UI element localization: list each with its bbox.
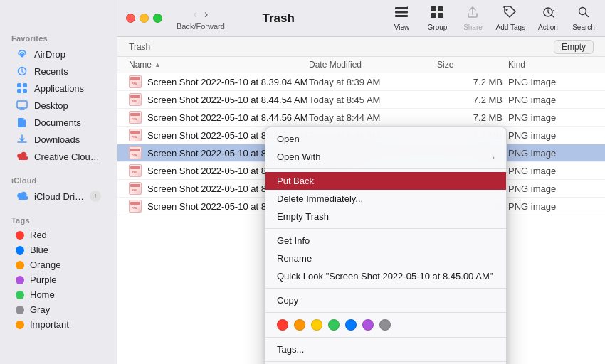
header-kind[interactable]: Kind <box>508 60 594 70</box>
ctx-item-label: Put Back <box>277 176 314 186</box>
file-date: Today at 8:39 AM <box>309 77 437 87</box>
creative-cloud-icon <box>16 150 28 163</box>
ctx-item-label: Delete Immediately... <box>277 193 363 204</box>
add-tags-label: Add Tags <box>495 23 525 31</box>
favorites-section-label: Favorites <box>0 28 117 46</box>
svg-text:PNG: PNG <box>132 206 137 210</box>
tag-purple-dot <box>16 276 24 284</box>
context-menu-item-copy[interactable]: Copy <box>265 291 506 309</box>
file-list-header: Name ▲ Date Modified Size Kind <box>117 57 605 73</box>
sidebar-item-desktop[interactable]: Desktop <box>4 97 112 114</box>
tag-orange-dot <box>16 261 24 269</box>
svg-rect-5 <box>23 89 27 93</box>
tag-blue-label: Blue <box>30 245 48 255</box>
context-menu-item-put-back[interactable]: Put Back <box>265 172 506 190</box>
svg-rect-24 <box>130 113 140 116</box>
color-dot-blue[interactable] <box>345 319 357 331</box>
view-icon <box>394 6 409 22</box>
svg-rect-18 <box>130 77 140 80</box>
svg-rect-26 <box>130 131 140 139</box>
toolbar-actions: View Group <box>389 6 596 31</box>
sidebar-item-recents-label: Recents <box>34 66 68 77</box>
minimize-button[interactable] <box>140 14 149 23</box>
context-menu-separator <box>265 168 506 169</box>
sidebar-item-icloud-drive[interactable]: iCloud Drive ! <box>4 188 112 205</box>
sidebar-item-tag-red[interactable]: Red <box>4 228 112 242</box>
header-date[interactable]: Date Modified <box>309 60 437 70</box>
airdrop-icon <box>16 48 28 60</box>
file-name: Screen Shot 2022-05-10 at 8... <box>147 148 274 159</box>
sidebar-item-tag-important[interactable]: Important <box>4 317 112 332</box>
sidebar-item-tag-home[interactable]: Home <box>4 287 112 302</box>
fullscreen-button[interactable] <box>153 14 162 23</box>
color-dot-orange[interactable] <box>294 319 305 331</box>
file-kind: PNG image <box>508 201 594 212</box>
add-tags-icon <box>503 6 517 22</box>
sidebar-item-downloads[interactable]: Downloads <box>4 131 112 148</box>
file-kind: PNG image <box>508 112 594 123</box>
action-icon <box>541 6 555 22</box>
sidebar-item-tag-blue[interactable]: Blue <box>4 242 112 257</box>
share-action[interactable]: Share <box>460 6 485 31</box>
context-menu-item-quick-look[interactable]: Quick Look "Screen Shot 2022-05-10 at 8.… <box>265 267 506 285</box>
close-button[interactable] <box>126 14 135 23</box>
file-name: Screen Shot 2022-05-10 at 8.39.04 AM <box>147 77 308 87</box>
sidebar-item-icloud-drive-label: iCloud Drive <box>34 191 84 202</box>
svg-rect-30 <box>130 149 140 151</box>
context-menu-color-dots <box>265 316 506 334</box>
color-dot-gray[interactable] <box>379 319 391 331</box>
sidebar-item-tag-gray[interactable]: Gray <box>4 302 112 317</box>
action-action[interactable]: Action <box>535 6 561 31</box>
header-name[interactable]: Name ▲ <box>129 60 309 70</box>
svg-point-14 <box>506 9 508 11</box>
header-size[interactable]: Size <box>437 60 508 70</box>
context-menu-separator <box>265 361 506 362</box>
context-menu-item-empty-trash[interactable]: Empty Trash <box>265 208 506 225</box>
action-label: Action <box>538 23 558 31</box>
group-action[interactable]: Group <box>424 6 450 31</box>
traffic-lights <box>126 14 162 23</box>
sidebar-item-tag-purple[interactable]: Purple <box>4 272 112 287</box>
file-icon: PNG <box>129 164 142 177</box>
context-menu-item-delete-immediately[interactable]: Delete Immediately... <box>265 190 506 208</box>
share-icon <box>466 6 479 22</box>
svg-rect-35 <box>130 184 140 193</box>
tag-gray-dot <box>16 306 24 314</box>
sidebar-item-airdrop[interactable]: AirDrop <box>4 46 112 63</box>
context-menu-item-open-with[interactable]: Open With› <box>265 148 506 166</box>
file-row[interactable]: PNG Screen Shot 2022-05-10 at 8.44.54 AM… <box>117 91 605 109</box>
file-kind: PNG image <box>508 166 594 176</box>
tag-important-label: Important <box>30 319 69 330</box>
context-menu-item-rename[interactable]: Rename <box>265 250 506 267</box>
context-menu-item-tags[interactable]: Tags... <box>265 341 506 358</box>
file-row[interactable]: PNG Screen Shot 2022-05-10 at 8.39.04 AM… <box>117 73 605 91</box>
color-dot-green[interactable] <box>328 319 340 331</box>
sidebar-item-tag-orange[interactable]: Orange <box>4 257 112 272</box>
sidebar-item-documents[interactable]: Documents <box>4 114 112 131</box>
sidebar-item-applications[interactable]: Applications <box>4 80 112 97</box>
svg-rect-17 <box>130 77 140 86</box>
sidebar-item-creative[interactable]: Creative Cloud Fil... <box>4 148 112 165</box>
context-menu-item-get-info[interactable]: Get Info <box>265 232 506 250</box>
sidebar-item-airdrop-label: AirDrop <box>34 49 65 60</box>
view-action[interactable]: View <box>389 6 414 31</box>
context-menu-item-open[interactable]: Open <box>265 130 506 148</box>
color-dot-yellow[interactable] <box>311 319 322 331</box>
file-name: Screen Shot 2022-05-10 at 8... <box>147 166 274 176</box>
ctx-item-label: Copy <box>277 295 298 306</box>
file-icon: PNG <box>129 111 142 124</box>
ctx-item-label: Empty Trash <box>277 211 329 222</box>
search-action[interactable]: Search <box>571 6 596 31</box>
breadcrumb[interactable]: Trash <box>129 42 150 52</box>
color-dot-red[interactable] <box>277 319 288 331</box>
file-date: Today at 8:45 AM <box>309 95 437 105</box>
sidebar-item-recents[interactable]: Recents <box>4 63 112 80</box>
svg-rect-27 <box>130 131 140 134</box>
file-icon: PNG <box>129 200 142 213</box>
file-row[interactable]: PNG Screen Shot 2022-05-10 at 8.44.56 AM… <box>117 109 605 127</box>
view-label: View <box>394 23 410 31</box>
context-menu-separator <box>265 288 506 289</box>
add-tags-action[interactable]: Add Tags <box>495 6 525 31</box>
color-dot-purple[interactable] <box>362 319 374 331</box>
empty-trash-button[interactable]: Empty <box>554 40 594 54</box>
